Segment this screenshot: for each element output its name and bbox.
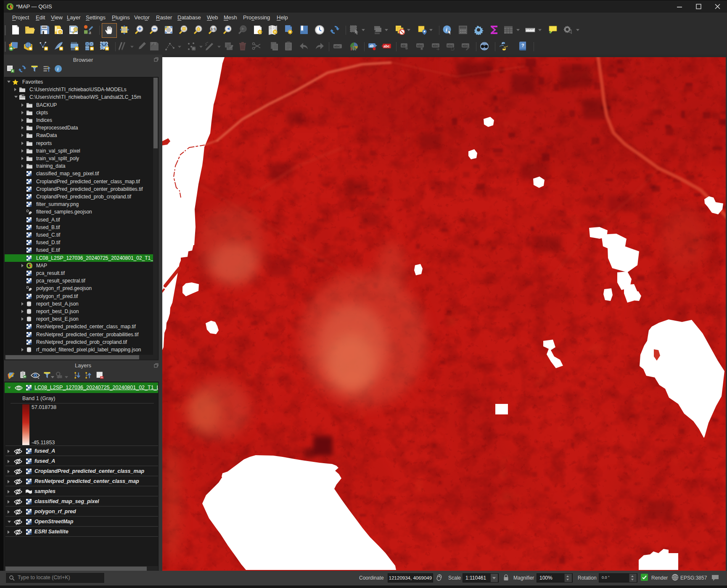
svg-text:abc: abc	[433, 44, 439, 47]
svg-text:ab: ab	[370, 44, 374, 48]
svg-text:abc: abc	[417, 44, 423, 47]
svg-text:?: ?	[521, 43, 524, 48]
svg-text:abc: abc	[383, 44, 390, 48]
svg-text:a: a	[89, 29, 91, 35]
svg-text:ab: ab	[402, 44, 405, 47]
svg-text:i: i	[446, 26, 447, 33]
svg-text:abc: abc	[447, 44, 453, 47]
svg-text:1:1: 1:1	[211, 27, 216, 31]
svg-text:abc: abc	[334, 45, 340, 48]
svg-text:abc: abc	[463, 44, 468, 47]
